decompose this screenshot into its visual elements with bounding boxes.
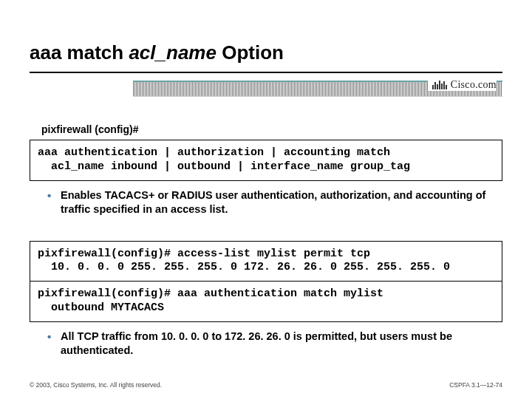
- bullet-list-1: Enables TACACS+ or RADIUS user authentic…: [47, 188, 502, 217]
- title-area: aaa match acl_name Option Cisco.com: [0, 0, 532, 106]
- bullet-1: Enables TACACS+ or RADIUS user authentic…: [47, 188, 502, 217]
- title-part2: acl_name: [129, 41, 216, 64]
- logo-text: Cisco.com: [451, 79, 497, 91]
- bullet-list-2: All TCP traffic from 10. 0. 0. 0 to 172.…: [47, 330, 502, 358]
- copyright-text: © 2003, Cisco Systems, Inc. All rights r…: [30, 381, 162, 389]
- syntax-box: aaa authentication | authorization | acc…: [30, 140, 502, 181]
- footer: © 2003, Cisco Systems, Inc. All rights r…: [0, 381, 532, 389]
- title-part3: Option: [216, 41, 284, 64]
- example-box-1: pixfirewall(config)# access-list mylist …: [30, 241, 502, 282]
- slide-number: CSPFA 3.1—12-74: [449, 381, 502, 389]
- example-box-2: pixfirewall(config)# aaa authentication …: [30, 281, 502, 322]
- logo-bars-icon: [432, 81, 447, 89]
- slide-title: aaa match acl_name Option: [30, 41, 502, 73]
- bullet-2: All TCP traffic from 10. 0. 0. 0 to 172.…: [47, 330, 502, 358]
- prompt-label-1: pixfirewall (config)#: [41, 123, 502, 135]
- header-strip: Cisco.com: [30, 78, 502, 100]
- cisco-logo: Cisco.com: [428, 79, 497, 91]
- slide: aaa match acl_name Option Cisco.com pixf…: [0, 0, 532, 399]
- title-part1: aaa match: [30, 41, 129, 64]
- content: pixfirewall (config)# aaa authentication…: [0, 106, 532, 358]
